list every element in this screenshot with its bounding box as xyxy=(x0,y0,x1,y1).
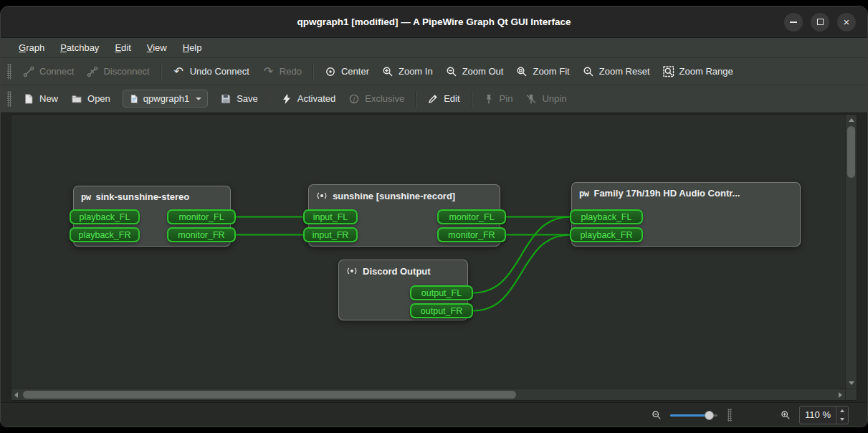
button-label: Zoom In xyxy=(399,66,433,77)
slider-handle[interactable] xyxy=(705,411,714,420)
patchbay-combo[interactable]: qpwgraph1 xyxy=(123,90,208,108)
button-label: Edit xyxy=(444,93,459,104)
svg-text:f: f xyxy=(353,95,356,103)
disconnect-button[interactable]: Disconnect xyxy=(80,62,156,81)
button-label: Unpin xyxy=(542,93,566,104)
pencil-icon xyxy=(427,93,439,105)
patchbay-file-icon xyxy=(129,94,139,104)
undo-icon: ↶ xyxy=(173,66,185,77)
port-sunshine-input-fr[interactable]: input_FR xyxy=(303,227,358,242)
undo-connect-button[interactable]: ↶ Undo Connect xyxy=(166,62,256,81)
connect-button[interactable]: Connect xyxy=(16,62,80,81)
toolbar-separator xyxy=(161,64,162,80)
zoom-reset-button[interactable]: Zoom Reset xyxy=(576,62,657,81)
center-button[interactable]: Center xyxy=(318,62,376,81)
new-file-icon xyxy=(23,93,34,105)
scroll-left-arrow[interactable] xyxy=(14,392,18,398)
menu-view[interactable]: View xyxy=(139,38,175,57)
vertical-scrollbar[interactable] xyxy=(845,115,857,389)
save-icon xyxy=(220,93,232,105)
scrollbar-corner xyxy=(845,389,857,400)
port-sunshine-monitor-fl[interactable]: monitor_FL xyxy=(437,209,506,224)
center-icon xyxy=(325,66,336,77)
button-label: Zoom Out xyxy=(462,66,504,77)
port-sink-playback-fl[interactable]: playback_FL xyxy=(70,209,140,224)
triangle-up-icon xyxy=(840,409,844,412)
titlebar[interactable]: qpwgraph1 [modified] — A PipeWire Graph … xyxy=(1,6,867,38)
scroll-right-arrow[interactable] xyxy=(839,392,842,398)
open-folder-icon xyxy=(71,93,82,105)
save-button[interactable]: Save xyxy=(214,90,264,108)
minimize-icon xyxy=(790,22,797,23)
zoom-range-button[interactable]: Zoom Range xyxy=(657,62,740,81)
statusbar-grip[interactable] xyxy=(728,409,732,422)
pin-button[interactable]: Pin xyxy=(477,90,520,108)
zoom-fit-button[interactable]: Zoom Fit xyxy=(510,62,576,81)
horizontal-scrollbar[interactable] xyxy=(11,389,845,400)
zoom-slider[interactable] xyxy=(670,409,717,421)
spin-up-button[interactable] xyxy=(836,406,848,415)
horizontal-scroll-thumb[interactable] xyxy=(23,391,516,399)
zoom-in-icon[interactable] xyxy=(781,410,791,420)
zoom-out-icon[interactable] xyxy=(652,410,662,420)
close-button[interactable]: × xyxy=(837,13,856,32)
port-discord-output-fl[interactable]: output_FL xyxy=(410,285,473,300)
edit-button[interactable]: Edit xyxy=(421,90,466,108)
redo-button[interactable]: ↷ Redo xyxy=(256,62,308,81)
toolbar-edit: Connect Disconnect ↶ Undo Connect ↷ Redo… xyxy=(1,58,867,85)
toolbar-grip[interactable] xyxy=(7,91,11,107)
zoom-out-icon xyxy=(446,66,457,77)
zoom-range-icon xyxy=(663,66,674,77)
spin-down-button[interactable] xyxy=(836,415,848,424)
new-button[interactable]: New xyxy=(16,90,65,108)
maximize-button[interactable] xyxy=(811,13,829,32)
content-area: pw sink-sunshine-stereo sunshine [sunshi… xyxy=(1,113,867,402)
combo-value: qpwgraph1 xyxy=(143,93,189,104)
button-label: Undo Connect xyxy=(190,66,249,77)
menu-help[interactable]: Help xyxy=(175,38,210,57)
port-family-playback-fr[interactable]: playback_FR xyxy=(570,227,643,242)
menu-patchbay[interactable]: Patchbay xyxy=(52,38,107,57)
port-sunshine-input-fl[interactable]: input_FL xyxy=(303,209,358,224)
lightning-icon xyxy=(281,93,292,105)
maximize-icon xyxy=(817,19,824,25)
menu-edit[interactable]: Edit xyxy=(107,38,138,57)
triangle-down-icon xyxy=(840,418,844,421)
vertical-scroll-thumb[interactable] xyxy=(847,126,855,178)
port-discord-output-fr[interactable]: output_FR xyxy=(410,303,473,318)
toolbar-separator xyxy=(415,91,416,107)
zoom-in-button[interactable]: Zoom In xyxy=(376,62,439,81)
exclusive-icon: f xyxy=(348,93,360,105)
port-sink-monitor-fl[interactable]: monitor_FL xyxy=(167,209,236,224)
port-sunshine-monitor-fr[interactable]: monitor_FR xyxy=(437,227,506,242)
connections-layer xyxy=(11,115,845,389)
zoom-fit-icon xyxy=(516,66,528,77)
menu-graph[interactable]: Graph xyxy=(11,38,52,57)
zoom-spinbox[interactable]: 110 % xyxy=(799,406,849,424)
toolbar-separator xyxy=(313,64,314,80)
port-sink-playback-fr[interactable]: playback_FR xyxy=(70,227,140,242)
activated-button[interactable]: Activated xyxy=(275,90,342,108)
port-family-playback-fl[interactable]: playback_FL xyxy=(570,209,643,224)
button-label: Redo xyxy=(280,66,302,77)
unpin-button[interactable]: Unpin xyxy=(519,90,573,108)
toolbar-separator xyxy=(269,91,270,107)
zoom-out-button[interactable]: Zoom Out xyxy=(439,62,510,81)
exclusive-button[interactable]: f Exclusive xyxy=(342,90,411,108)
window-controls: × xyxy=(784,13,856,32)
scroll-up-arrow[interactable] xyxy=(849,118,854,122)
disconnect-icon xyxy=(87,66,98,77)
graph-canvas[interactable]: pw sink-sunshine-stereo sunshine [sunshi… xyxy=(11,115,845,389)
open-button[interactable]: Open xyxy=(65,90,117,108)
scroll-down-arrow[interactable] xyxy=(849,381,854,385)
button-label: Pin xyxy=(500,93,513,104)
zoom-value[interactable]: 110 % xyxy=(800,406,836,424)
wire-outputFR-playbackFR[interactable] xyxy=(473,235,570,311)
toolbar-grip[interactable] xyxy=(7,64,11,80)
toolbar-file: New Open qpwgraph1 Save xyxy=(1,85,867,113)
minimize-button[interactable] xyxy=(784,13,803,32)
button-label: Exclusive xyxy=(365,93,404,104)
window-title: qpwgraph1 [modified] — A PipeWire Graph … xyxy=(297,16,571,27)
port-sink-monitor-fr[interactable]: monitor_FR xyxy=(167,227,236,242)
button-label: Activated xyxy=(297,93,335,104)
